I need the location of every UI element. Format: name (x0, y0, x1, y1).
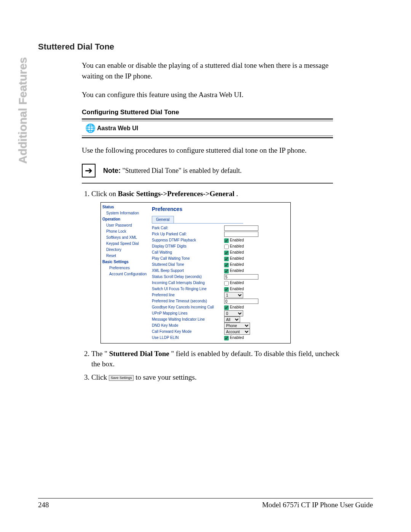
guide-title: Model 6757i CT IP Phone User Guide (262, 501, 373, 509)
preferences-panel: Preferences General Park Call:Pick Up Pa… (150, 203, 290, 343)
callout-rule-top (82, 118, 333, 121)
pickup-parked-input[interactable] (224, 232, 258, 237)
pref-label-incoming-interrupt: Incoming Call Interrupts Dialing (152, 280, 224, 286)
pref-label-xml-beep: XML Beep Support (152, 268, 224, 273)
pref-row-xml-beep: XML Beep SupportEnabled (152, 268, 288, 274)
step2-prefix: The " (91, 350, 107, 358)
stuttered-enabled-label: Enabled (230, 262, 244, 267)
display-dtmf-enabled-label: Enabled (230, 244, 244, 248)
pref-row-incoming-interrupt: Incoming Call Interrupts DialingEnabled (152, 280, 288, 286)
pref-label-pref-line-timeout: Preferred line Timeout (seconds) (152, 299, 224, 304)
web-ui-screenshot: Status System Information Operation User… (100, 202, 291, 344)
intro-paragraph-1: You can enable or disable the playing of… (82, 60, 333, 81)
pref-label-lldp: Use LLDP ELIN (152, 335, 224, 340)
pref-label-goodbye-cancel: Goodbye Key Cancels Incoming Call (152, 305, 224, 310)
pref-row-goodbye-cancel: Goodbye Key Cancels Incoming CallEnabled (152, 304, 288, 310)
side-tab-text: Additional Features (16, 57, 29, 164)
pref-row-scroll-delay: Status Scroll Delay (seconds) (152, 274, 288, 280)
pref-row-lldp: Use LLDP ELINEnabled (152, 335, 288, 341)
pref-row-pref-line: Preferred line1 (152, 292, 288, 298)
tab-general[interactable]: General (152, 216, 174, 223)
goodbye-cancel-checkbox[interactable] (224, 305, 229, 310)
incoming-interrupt-checkbox[interactable] (224, 281, 229, 286)
nav-preferences[interactable]: Preferences (102, 265, 148, 271)
callout-rule-bottom (82, 136, 333, 138)
step-1: Click on Basic Settings->Preferences->Ge… (91, 189, 341, 343)
step1-bold: Basic Settings->Preferences->General (118, 190, 234, 198)
pref-label-pref-line: Preferred line (152, 292, 224, 298)
cfwd-mode-select[interactable]: Account (224, 329, 250, 335)
lldp-checkbox[interactable] (224, 336, 229, 340)
step3-suffix: to save your settings. (135, 373, 196, 381)
pref-label-park-call: Park Call: (152, 225, 224, 231)
step-2: The " Stuttered Dial Tone " field is ena… (91, 349, 341, 369)
note-label: Note: (103, 167, 121, 174)
pref-row-suppress-dtmf: Suppress DTMF PlaybackEnabled (152, 237, 288, 243)
pref-label-suppress-dtmf: Suppress DTMF Playback (152, 238, 224, 243)
pref-label-upnp: UPnP Mapping Lines (152, 311, 224, 316)
pref-label-call-waiting: Call Waiting (152, 250, 224, 255)
mwi-line-select[interactable]: All (224, 316, 240, 323)
incoming-interrupt-enabled-label: Enabled (230, 281, 244, 285)
pref-row-pref-line-timeout: Preferred line Timeout (seconds) (152, 298, 288, 304)
nav-softkeys-xml[interactable]: Softkeys and XML (102, 235, 148, 241)
arrow-right-icon: ➔ (82, 164, 96, 177)
suppress-dtmf-checkbox[interactable] (224, 238, 229, 243)
pref-label-cfwd-mode: Call Forward Key Mode (152, 329, 224, 334)
pref-label-switch-focus: Switch UI Focus To Ringing Line (152, 286, 224, 292)
xml-beep-enabled-label: Enabled (230, 268, 244, 273)
display-dtmf-checkbox[interactable] (224, 244, 229, 249)
pref-label-scroll-delay: Status Scroll Delay (seconds) (152, 274, 224, 280)
pref-row-display-dtmf: Display DTMF DigitsEnabled (152, 243, 288, 249)
pref-row-play-cw-tone: Play Call Waiting ToneEnabled (152, 256, 288, 262)
dnd-mode-select[interactable]: Phone (224, 323, 250, 329)
pref-line-timeout-input[interactable] (224, 299, 258, 304)
pref-row-cfwd-mode: Call Forward Key ModeAccount (152, 329, 288, 335)
nav-reset[interactable]: Reset (102, 253, 148, 259)
xml-beep-checkbox[interactable] (224, 269, 229, 273)
call-waiting-enabled-label: Enabled (230, 250, 244, 254)
nav-sidebar: Status System Information Operation User… (101, 203, 150, 343)
nav-system-info[interactable]: System Information (102, 210, 148, 216)
nav-account-config[interactable]: Account Configuration (102, 271, 148, 277)
call-waiting-checkbox[interactable] (224, 251, 229, 255)
pref-row-call-waiting: Call WaitingEnabled (152, 249, 288, 256)
pref-label-pickup-parked: Pick Up Parked Call: (152, 232, 224, 237)
nav-operation-header: Operation (102, 216, 148, 222)
stuttered-checkbox[interactable] (224, 263, 229, 267)
switch-focus-enabled-label: Enabled (230, 287, 244, 291)
goodbye-cancel-enabled-label: Enabled (230, 305, 244, 309)
subsection-heading: Configuring Stuttered Dial Tone (82, 109, 333, 116)
play-cw-tone-checkbox[interactable] (224, 257, 229, 261)
pref-label-dnd-mode: DND Key Mode (152, 323, 224, 328)
save-settings-button[interactable]: Save Settings (109, 375, 134, 381)
intro-paragraph-2: You can configure this feature using the… (82, 89, 333, 100)
park-call-input[interactable] (224, 225, 258, 231)
page-footer: 248 Model 6757i CT IP Phone User Guide (38, 498, 373, 509)
pref-row-pickup-parked: Pick Up Parked Call: (152, 231, 288, 237)
pref-label-display-dtmf: Display DTMF Digits (152, 244, 224, 249)
side-tab-label: Additional Features (15, 46, 30, 175)
lldp-enabled-label: Enabled (230, 335, 244, 340)
nav-keypad-speed-dial[interactable]: Keypad Speed Dial (102, 241, 148, 247)
pref-row-mwi-line: Message Waiting Indicator LineAll (152, 316, 288, 323)
pref-label-play-cw-tone: Play Call Waiting Tone (152, 256, 224, 261)
globe-icon: 🌐 (83, 123, 97, 133)
callout-label: Aastra Web UI (97, 125, 138, 132)
nav-phone-lock[interactable]: Phone Lock (102, 228, 148, 235)
step-3: Click Save Settings to save your setting… (91, 372, 341, 383)
nav-user-password[interactable]: User Password (102, 222, 148, 228)
upnp-select[interactable]: 0 (224, 310, 243, 316)
note-block: ➔ Note: "Stuttered Dial Tone" is enabled… (82, 164, 333, 177)
pref-label-mwi-line: Message Waiting Indicator Line (152, 317, 224, 322)
nav-status-header: Status (102, 204, 148, 210)
step2-bold: Stuttered Dial Tone (109, 350, 169, 358)
pref-label-stuttered: Stuttered Dial Tone (152, 262, 224, 267)
panel-title: Preferences (152, 206, 288, 213)
scroll-delay-input[interactable] (224, 274, 258, 280)
pref-line-select[interactable]: 1 (224, 292, 243, 298)
nav-directory[interactable]: Directory (102, 247, 148, 253)
pref-row-switch-focus: Switch UI Focus To Ringing LineEnabled (152, 286, 288, 292)
nav-basic-settings-header: Basic Settings (102, 259, 148, 265)
switch-focus-checkbox[interactable] (224, 287, 229, 292)
